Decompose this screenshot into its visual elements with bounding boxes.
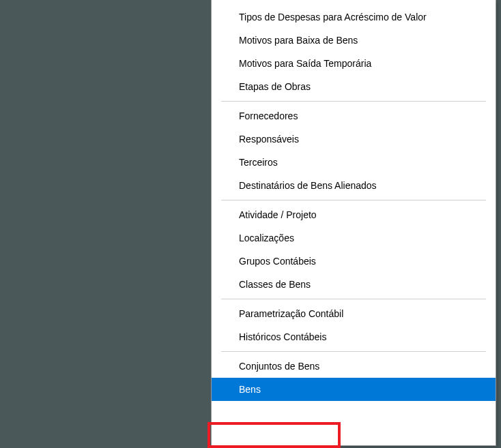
- menu-item-terceiros[interactable]: Terceiros: [212, 151, 496, 174]
- menu-item-motivos-saida[interactable]: Motivos para Saída Temporária: [212, 52, 496, 75]
- menu-separator: [221, 101, 486, 102]
- menu-item-label: Grupos Contábeis: [239, 256, 316, 267]
- menu-item-label: Classes de Bens: [239, 279, 311, 290]
- menu-item-conjuntos-bens[interactable]: Conjuntos de Bens: [212, 355, 496, 378]
- menu-item-label: Motivos para Saída Temporária: [239, 58, 371, 69]
- menu-separator: [221, 299, 486, 299]
- menu-item-parametrizacao[interactable]: Parametrização Contábil: [212, 302, 496, 325]
- menu-item-label: Localizações: [239, 233, 294, 243]
- menu-item-localizacoes[interactable]: Localizações: [212, 226, 496, 250]
- menu-item-label: Conjuntos de Bens: [239, 361, 319, 372]
- menu-item-historicos[interactable]: Históricos Contábeis: [212, 325, 496, 348]
- menu-item-label: Tipos de Despesas para Acréscimo de Valo…: [239, 12, 427, 23]
- menu-item-destinatarios[interactable]: Destinatários de Bens Alienados: [212, 174, 496, 197]
- menu-item-atividade-projeto[interactable]: Atividade / Projeto: [212, 203, 496, 226]
- menu-item-label: Históricos Contábeis: [239, 331, 326, 342]
- menu-item-label: Fornecedores: [239, 110, 298, 121]
- menu-item-label: Terceiros: [239, 157, 278, 168]
- menu-item-etapas-obras[interactable]: Etapas de Obras: [212, 75, 496, 98]
- menu-item-label: Bens: [239, 384, 261, 395]
- menu-item-responsaveis[interactable]: Responsáveis: [212, 128, 496, 151]
- menu-item-classes-bens[interactable]: Classes de Bens: [212, 273, 496, 296]
- menu-item-label: Etapas de Obras: [239, 81, 311, 92]
- menu-item-label: Destinatários de Bens Alienados: [239, 180, 377, 191]
- dropdown-menu: Tipos de Despesas para Acréscimo de Valo…: [211, 0, 496, 446]
- menu-item-motivos-baixa[interactable]: Motivos para Baixa de Bens: [212, 29, 496, 52]
- menu-item-tipos-despesas[interactable]: Tipos de Despesas para Acréscimo de Valo…: [212, 5, 496, 29]
- menu-separator: [221, 351, 486, 352]
- menu-item-label: Atividade / Projeto: [239, 209, 317, 220]
- menu-item-label: Responsáveis: [239, 134, 299, 145]
- menu-item-grupos-contabeis[interactable]: Grupos Contábeis: [212, 250, 496, 273]
- menu-separator: [221, 200, 486, 200]
- menu-item-bens[interactable]: Bens: [212, 378, 496, 401]
- menu-item-label: Motivos para Baixa de Bens: [239, 35, 358, 46]
- menu-item-fornecedores[interactable]: Fornecedores: [212, 104, 496, 128]
- menu-item-label: Parametrização Contábil: [239, 308, 343, 319]
